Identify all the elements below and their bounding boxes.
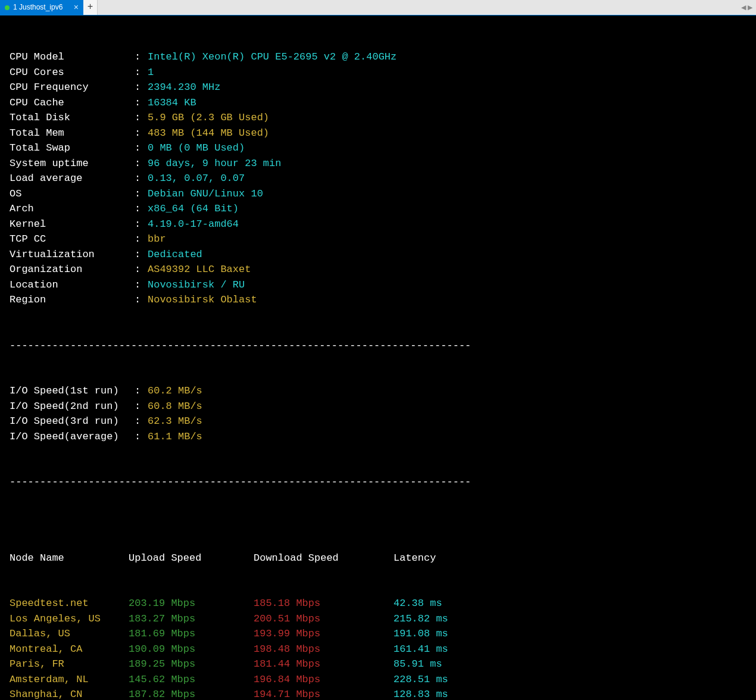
- io-label: I/O Speed(2nd run): [10, 399, 135, 414]
- tab-scroll-arrows[interactable]: ◀ ▶: [741, 0, 756, 15]
- sysinfo-label: Total Mem: [10, 126, 135, 141]
- sysinfo-value: Dedicated: [148, 247, 202, 262]
- colon: :: [135, 262, 148, 277]
- sysinfo-row: Load average : 0.13, 0.07, 0.07: [10, 171, 746, 186]
- colon: :: [135, 383, 148, 399]
- col-latency: Latency: [393, 551, 436, 566]
- upload-speed: 181.69 Mbps: [129, 626, 254, 642]
- sysinfo-row: Total Mem : 483 MB (144 MB Used): [10, 126, 746, 141]
- colon: :: [135, 110, 148, 126]
- sysinfo-row: OS : Debian GNU/Linux 10: [10, 186, 746, 202]
- sysinfo-label: Arch: [10, 201, 135, 217]
- sysinfo-row: Region : Novosibirsk Oblast: [10, 292, 746, 308]
- sysinfo-row: Total Disk : 5.9 GB (2.3 GB Used): [10, 110, 746, 126]
- colon: :: [135, 201, 148, 217]
- sysinfo-value: Intel(R) Xeon(R) CPU E5-2695 v2 @ 2.40GH…: [148, 49, 396, 65]
- upload-speed: 190.09 Mbps: [129, 642, 254, 657]
- node-name: Shanghai, CN: [10, 687, 129, 700]
- sysinfo-row: CPU Cache : 16384 KB: [10, 95, 746, 111]
- latency: 42.38 ms: [393, 596, 442, 611]
- io-label: I/O Speed(average): [10, 429, 135, 445]
- close-icon[interactable]: ×: [74, 0, 79, 15]
- sysinfo-value: 5.9 GB (2.3 GB Used): [148, 110, 269, 126]
- colon: :: [135, 247, 148, 262]
- io-row: I/O Speed(average) : 61.1 MB/s: [10, 429, 746, 445]
- sysinfo-label: Total Disk: [10, 110, 135, 126]
- speedtest-header: Node NameUpload SpeedDownload SpeedLaten…: [10, 551, 746, 566]
- colon: :: [135, 292, 148, 308]
- download-speed: 193.99 Mbps: [254, 626, 393, 642]
- sysinfo-row: CPU Model : Intel(R) Xeon(R) CPU E5-2695…: [10, 49, 746, 65]
- sysinfo-row: Kernel : 4.19.0-17-amd64: [10, 217, 746, 232]
- speedtest-row: Paris, FR189.25 Mbps181.44 Mbps85.91 ms: [10, 657, 746, 672]
- colon: :: [135, 232, 148, 247]
- sysinfo-label: Total Swap: [10, 140, 135, 156]
- latency: 128.83 ms: [393, 687, 448, 700]
- download-speed: 194.71 Mbps: [254, 687, 393, 700]
- divider: ----------------------------------------…: [10, 338, 746, 354]
- upload-speed: 183.27 Mbps: [129, 611, 254, 627]
- speedtest-row: Dallas, US181.69 Mbps193.99 Mbps191.08 m…: [10, 626, 746, 642]
- sysinfo-row: Organization : AS49392 LLC Baxet: [10, 262, 746, 277]
- sysinfo-row: CPU Cores : 1: [10, 65, 746, 80]
- tab-active[interactable]: 1 Justhost_ipv6 ×: [0, 0, 83, 15]
- speedtest-table: Node NameUpload SpeedDownload SpeedLaten…: [10, 520, 746, 701]
- sysinfo-row: Arch : x86_64 (64 Bit): [10, 201, 746, 217]
- sysinfo-label: Region: [10, 292, 135, 308]
- sysinfo-row: Total Swap : 0 MB (0 MB Used): [10, 140, 746, 156]
- node-name: Montreal, CA: [10, 642, 129, 657]
- sysinfo-label: Virtualization: [10, 247, 135, 262]
- sysinfo-label: CPU Model: [10, 49, 135, 65]
- node-name: Los Angeles, US: [10, 611, 129, 627]
- sysinfo-label: Load average: [10, 171, 135, 186]
- colon: :: [135, 399, 148, 414]
- colon: :: [135, 217, 148, 232]
- sysinfo-row: Location : Novosibirsk / RU: [10, 277, 746, 293]
- latency: 191.08 ms: [393, 626, 448, 642]
- sysinfo-value: 1: [148, 65, 154, 80]
- io-row: I/O Speed(1st run) : 60.2 MB/s: [10, 383, 746, 399]
- io-value: 60.2 MB/s: [148, 383, 202, 399]
- colon: :: [135, 80, 148, 95]
- sysinfo-value: x86_64 (64 Bit): [148, 201, 239, 217]
- sysinfo-row: Virtualization : Dedicated: [10, 247, 746, 262]
- colon: :: [135, 186, 148, 202]
- io-speed-block: I/O Speed(1st run) : 60.2 MB/sI/O Speed(…: [10, 383, 746, 444]
- upload-speed: 203.19 Mbps: [129, 596, 254, 611]
- sysinfo-block: CPU Model : Intel(R) Xeon(R) CPU E5-2695…: [10, 49, 746, 308]
- terminal-output: CPU Model : Intel(R) Xeon(R) CPU E5-2695…: [0, 15, 756, 700]
- colon: :: [135, 49, 148, 65]
- sysinfo-value: AS49392 LLC Baxet: [148, 262, 251, 277]
- sysinfo-value: 2394.230 MHz: [148, 80, 220, 95]
- colon: :: [135, 171, 148, 186]
- sysinfo-row: TCP CC : bbr: [10, 232, 746, 247]
- download-speed: 200.51 Mbps: [254, 611, 393, 627]
- download-speed: 196.84 Mbps: [254, 672, 393, 688]
- sysinfo-value: Debian GNU/Linux 10: [148, 186, 263, 202]
- io-row: I/O Speed(2nd run) : 60.8 MB/s: [10, 399, 746, 414]
- upload-speed: 145.62 Mbps: [129, 672, 254, 688]
- download-speed: 185.18 Mbps: [254, 596, 393, 611]
- node-name: Paris, FR: [10, 657, 129, 672]
- colon: :: [135, 65, 148, 80]
- speedtest-row: Shanghai, CN187.82 Mbps194.71 Mbps128.83…: [10, 687, 746, 700]
- io-value: 60.8 MB/s: [148, 399, 202, 414]
- node-name: Amsterdam, NL: [10, 672, 129, 688]
- sysinfo-label: System uptime: [10, 156, 135, 171]
- sysinfo-row: CPU Frequency : 2394.230 MHz: [10, 80, 746, 95]
- sysinfo-value: 483 MB (144 MB Used): [148, 126, 269, 141]
- sysinfo-label: CPU Cache: [10, 95, 135, 111]
- node-name: Dallas, US: [10, 626, 129, 642]
- sysinfo-label: CPU Cores: [10, 65, 135, 80]
- io-label: I/O Speed(3rd run): [10, 414, 135, 429]
- sysinfo-value: 0.13, 0.07, 0.07: [148, 171, 245, 186]
- new-tab-button[interactable]: +: [83, 0, 98, 15]
- sysinfo-value: Novosibirsk Oblast: [148, 292, 257, 308]
- upload-speed: 187.82 Mbps: [129, 687, 254, 700]
- sysinfo-value: 4.19.0-17-amd64: [148, 217, 239, 232]
- speedtest-row: Amsterdam, NL145.62 Mbps196.84 Mbps228.5…: [10, 672, 746, 688]
- upload-speed: 189.25 Mbps: [129, 657, 254, 672]
- col-download: Download Speed: [254, 551, 393, 566]
- sysinfo-label: Kernel: [10, 217, 135, 232]
- sysinfo-value: bbr: [148, 232, 166, 247]
